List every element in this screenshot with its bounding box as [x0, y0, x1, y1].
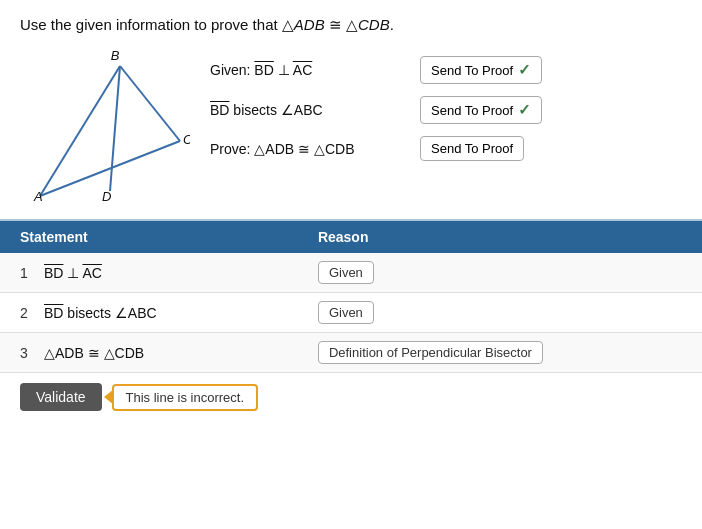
- vertex-c-label: C: [183, 132, 190, 147]
- given-row-1: Given: BD ⊥ AC Send To Proof ✓: [210, 56, 682, 84]
- perp-bisector-reason: Definition of Perpendicular Bisector: [318, 341, 543, 364]
- main-container: Use the given information to prove that …: [0, 0, 702, 529]
- send-to-proof-btn-2[interactable]: Send To Proof ✓: [420, 96, 542, 124]
- table-row-3: 3 △ADB ≅ △CDB Definition of Perpendicula…: [0, 333, 702, 373]
- row-reason-3: Definition of Perpendicular Bisector: [318, 341, 682, 364]
- vertex-d-label: D: [102, 189, 111, 204]
- bisects-text: bisects ∠ABC: [233, 102, 322, 118]
- svg-line-3: [110, 66, 120, 191]
- given-text-1: Given: BD ⊥ AC: [210, 62, 410, 78]
- reason-box-2: Given: [318, 301, 374, 324]
- table-row-1: 1 BD ⊥ AC Given: [0, 253, 702, 293]
- send-to-proof-btn-1[interactable]: Send To Proof ✓: [420, 56, 542, 84]
- bd-stmt-2: BD: [44, 305, 63, 321]
- given-label-1: Given:: [210, 62, 254, 78]
- table-section: Statement Reason 1 BD ⊥ AC Given 2 BD bi…: [0, 221, 702, 421]
- prove-row: Prove: △ADB ≅ △CDB Send To Proof: [210, 136, 682, 161]
- validate-row: Validate This line is incorrect.: [0, 373, 702, 421]
- row-statement-1: BD ⊥ AC: [44, 265, 318, 281]
- stmt-3-text: △ADB ≅ △CDB: [44, 345, 144, 361]
- prove-text: Prove: △ADB ≅ △CDB: [210, 141, 410, 157]
- row-num-3: 3: [20, 345, 44, 361]
- reason-box-1: Given: [318, 261, 374, 284]
- row-num-2: 2: [20, 305, 44, 321]
- perp-stmt-1: ⊥: [67, 265, 82, 281]
- diagram-area: B A C D: [20, 46, 200, 209]
- row-reason-1: Given: [318, 261, 682, 284]
- bd-overline-1: BD: [254, 62, 273, 78]
- row-reason-2: Given: [318, 301, 682, 324]
- ac-overline-1: AC: [293, 62, 312, 78]
- bd-overline-2: BD: [210, 102, 229, 118]
- given-row-2: BD bisects ∠ABC Send To Proof ✓: [210, 96, 682, 124]
- incorrect-tag: This line is incorrect.: [112, 384, 258, 411]
- row-num-1: 1: [20, 265, 44, 281]
- col-header-reason: Reason: [318, 229, 682, 245]
- send-to-proof-label-2: Send To Proof: [431, 103, 513, 118]
- content-area: B A C D Given: BD ⊥ AC Se: [20, 46, 682, 209]
- send-to-proof-label-3: Send To Proof: [431, 141, 513, 156]
- send-to-proof-label-1: Send To Proof: [431, 63, 513, 78]
- vertex-b-label: B: [111, 48, 120, 63]
- checkmark-2: ✓: [518, 101, 531, 119]
- table-header: Statement Reason: [0, 221, 702, 253]
- row-statement-2: BD bisects ∠ABC: [44, 305, 318, 321]
- col-header-statement: Statement: [20, 229, 318, 245]
- top-section: Use the given information to prove that …: [0, 0, 702, 221]
- prove-label: Prove: △ADB ≅ △CDB: [210, 141, 354, 157]
- bd-stmt-1: BD: [44, 265, 63, 281]
- send-to-proof-btn-3[interactable]: Send To Proof: [420, 136, 524, 161]
- svg-line-1: [120, 66, 180, 141]
- svg-line-0: [40, 66, 120, 196]
- table-row-2: 2 BD bisects ∠ABC Given: [0, 293, 702, 333]
- given-prove-area: Given: BD ⊥ AC Send To Proof ✓ BD bisect: [210, 46, 682, 161]
- problem-statement: Use the given information to prove that …: [20, 16, 682, 34]
- ac-stmt-1: AC: [82, 265, 101, 281]
- checkmark-1: ✓: [518, 61, 531, 79]
- bisects-stmt-2: bisects ∠ABC: [67, 305, 156, 321]
- vertex-a-label: A: [33, 189, 43, 204]
- perp-symbol-1: ⊥: [278, 62, 293, 78]
- validate-button[interactable]: Validate: [20, 383, 102, 411]
- given-text-2: BD bisects ∠ABC: [210, 102, 410, 118]
- row-statement-3: △ADB ≅ △CDB: [44, 345, 318, 361]
- triangle-diagram: B A C D: [20, 46, 190, 206]
